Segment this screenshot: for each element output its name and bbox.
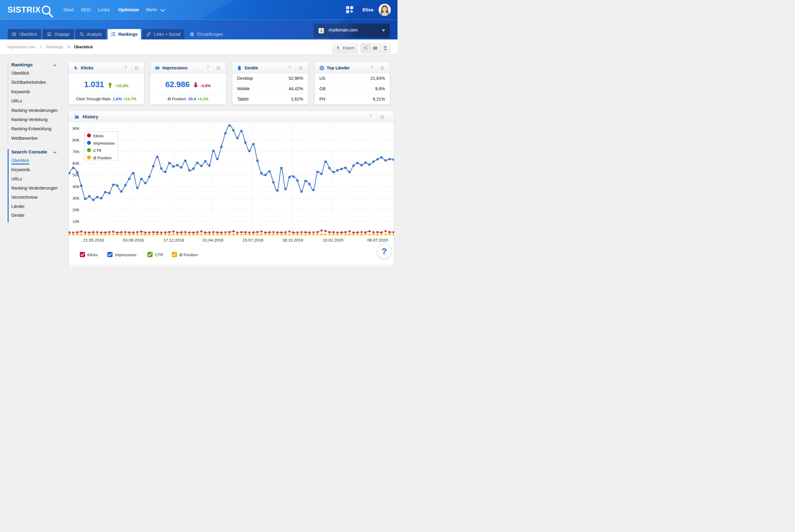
svg-text:70K: 70K bbox=[73, 150, 79, 154]
svg-text:20K: 20K bbox=[73, 208, 79, 212]
svg-text:80K: 80K bbox=[73, 138, 79, 142]
svg-text:06.07.2020: 06.07.2020 bbox=[367, 238, 388, 243]
svg-text:60K: 60K bbox=[73, 161, 79, 166]
svg-text:01.04.2019: 01.04.2019 bbox=[203, 238, 224, 243]
svg-text:40K: 40K bbox=[73, 184, 79, 189]
svg-text:3: 3 bbox=[111, 35, 112, 37]
svg-text:10.02.2020: 10.02.2020 bbox=[323, 238, 343, 243]
svg-text:2: 2 bbox=[111, 34, 112, 35]
svg-text:Impressions: Impressions bbox=[93, 141, 115, 146]
svg-text:10K: 10K bbox=[73, 219, 79, 224]
svg-text:15.07.2019: 15.07.2019 bbox=[243, 238, 263, 243]
svg-text:28.10.2019: 28.10.2019 bbox=[283, 238, 303, 243]
svg-text:Ø Position: Ø Position bbox=[93, 156, 112, 160]
svg-text:CTR: CTR bbox=[93, 148, 101, 153]
svg-text:30K: 30K bbox=[73, 196, 79, 201]
svg-text:03.09.2018: 03.09.2018 bbox=[123, 238, 144, 243]
svg-text:1: 1 bbox=[111, 32, 112, 34]
svg-text:21.05.2018: 21.05.2018 bbox=[83, 238, 104, 243]
svg-text:90K: 90K bbox=[73, 126, 79, 131]
svg-text:17.12.2018: 17.12.2018 bbox=[164, 238, 184, 243]
svg-text:Klicks: Klicks bbox=[93, 134, 103, 138]
